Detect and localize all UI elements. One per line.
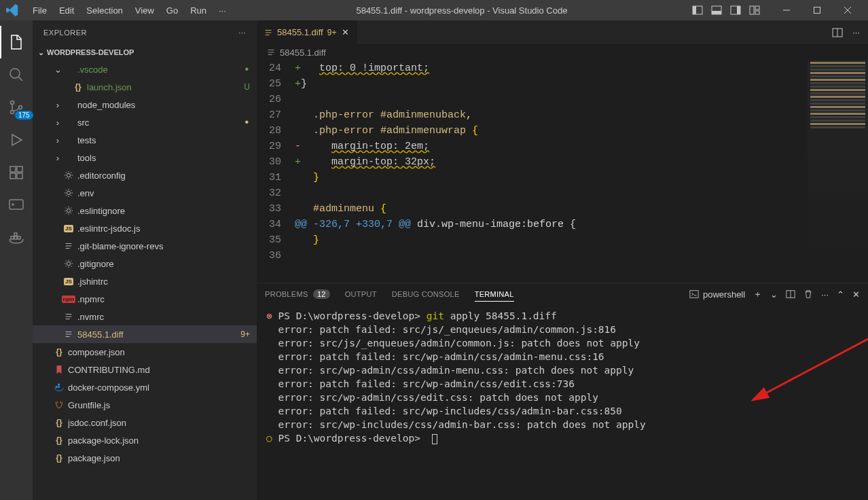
- item-label: tools: [77, 153, 257, 163]
- file-icon: [62, 329, 75, 339]
- toggle-panel-bottom-icon[interactable]: [711, 5, 722, 16]
- editor-more-icon[interactable]: ···: [852, 27, 860, 38]
- file-item[interactable]: JS.eslintrc-jsdoc.js: [33, 219, 257, 237]
- file-icon: JS: [62, 225, 75, 232]
- file-item[interactable]: .eslintignore: [33, 202, 257, 219]
- panel-more-icon[interactable]: ···: [821, 289, 829, 300]
- svg-rect-20: [10, 173, 16, 179]
- window-controls: [771, 0, 863, 20]
- lines-icon: [266, 48, 276, 57]
- explorer-more-icon[interactable]: ···: [238, 29, 246, 37]
- tab-diff-file[interactable]: 58455.1.diff 9+ ✕: [257, 20, 357, 44]
- menu-go[interactable]: Go: [161, 3, 183, 18]
- folder-item[interactable]: ⌄.vscode•: [33, 60, 257, 78]
- file-item[interactable]: .editorconfig: [33, 166, 257, 184]
- file-item[interactable]: Gruntfile.js: [33, 396, 257, 414]
- activity-source-control[interactable]: 175: [0, 91, 33, 124]
- svg-rect-25: [11, 236, 14, 239]
- close-icon[interactable]: [832, 0, 863, 20]
- menu-overflow[interactable]: ···: [213, 3, 232, 18]
- file-icon: {}: [72, 82, 84, 92]
- panel-tab-terminal[interactable]: TERMINAL: [475, 287, 514, 302]
- maximize-panel-icon[interactable]: ⌃: [837, 289, 844, 300]
- file-item[interactable]: {}jsdoc.conf.json: [33, 414, 257, 431]
- menu-file[interactable]: File: [27, 3, 52, 18]
- file-icon: [62, 312, 75, 321]
- chevron-down-icon: ⌄: [38, 48, 44, 57]
- explorer-header: EXPLORER ···: [33, 20, 257, 44]
- folder-item[interactable]: ›tests: [33, 131, 257, 149]
- file-item[interactable]: .gitignore: [33, 255, 257, 272]
- file-item[interactable]: npm.npmrc: [33, 290, 257, 308]
- file-tree: ⌄.vscode•{}launch.jsonU›node_modules›src…: [33, 60, 257, 500]
- toggle-panel-right-icon[interactable]: [730, 5, 741, 16]
- editor-area: 58455.1.diff 9+ ✕ ··· 58455.1.diff 24252…: [257, 20, 868, 500]
- activity-docker[interactable]: [0, 221, 33, 254]
- bottom-panel: PROBLEMS 12 OUTPUT DEBUG CONSOLE TERMINA…: [257, 283, 868, 500]
- file-icon: [53, 382, 65, 392]
- explorer-sidebar: EXPLORER ··· ⌄ WORDPRESS-DEVELOP ⌄.vscod…: [33, 20, 257, 500]
- activity-remote[interactable]: [0, 189, 33, 221]
- breadcrumb[interactable]: 58455.1.diff: [257, 44, 868, 60]
- item-label: .gitignore: [77, 259, 257, 269]
- item-label: .nvmrc: [77, 312, 257, 322]
- svg-rect-7: [755, 6, 759, 10]
- minimize-icon[interactable]: [771, 0, 801, 20]
- item-label: .git-blame-ignore-revs: [77, 241, 257, 251]
- project-header[interactable]: ⌄ WORDPRESS-DEVELOP: [33, 44, 257, 60]
- file-item[interactable]: CONTRIBUTING.md: [33, 361, 257, 378]
- svg-point-35: [67, 262, 70, 265]
- new-terminal-icon[interactable]: ＋: [753, 288, 762, 300]
- split-editor-icon[interactable]: [832, 27, 843, 38]
- menu-selection[interactable]: Selection: [81, 3, 128, 18]
- file-item[interactable]: {}package.json: [33, 449, 257, 467]
- file-item[interactable]: .git-blame-ignore-revs: [33, 237, 257, 255]
- file-item[interactable]: {}composer.json: [33, 343, 257, 361]
- item-label: 58455.1.diff: [77, 329, 240, 340]
- problems-count-badge: 12: [313, 289, 330, 299]
- file-icon: [62, 259, 75, 268]
- item-label: Gruntfile.js: [68, 400, 257, 410]
- close-panel-icon[interactable]: ✕: [852, 289, 860, 300]
- tab-close-icon[interactable]: ✕: [340, 27, 350, 37]
- customize-layout-icon[interactable]: [749, 5, 760, 16]
- file-item[interactable]: .env: [33, 184, 257, 202]
- svg-rect-27: [18, 236, 20, 239]
- menu-view[interactable]: View: [130, 3, 160, 18]
- folder-item[interactable]: ›node_modules: [33, 96, 257, 113]
- file-item[interactable]: .nvmrc: [33, 308, 257, 325]
- file-item[interactable]: 58455.1.diff9+: [33, 325, 257, 343]
- terminal-output[interactable]: ⊗ PS D:\wordpress-develop> git apply 584…: [257, 305, 868, 500]
- file-icon: [62, 206, 75, 215]
- file-item[interactable]: {}launch.jsonU: [33, 78, 257, 96]
- activity-explorer[interactable]: [0, 26, 33, 58]
- svg-rect-8: [755, 11, 759, 14]
- panel-tab-problems[interactable]: PROBLEMS 12: [265, 287, 330, 301]
- svg-rect-19: [10, 166, 16, 172]
- item-label: docker-compose.yml: [68, 382, 257, 393]
- folder-item[interactable]: ›tools: [33, 149, 257, 166]
- svg-rect-42: [56, 386, 58, 388]
- file-item[interactable]: JS.jshintrc: [33, 272, 257, 290]
- file-item[interactable]: docker-compose.yml: [33, 378, 257, 396]
- panel-tab-output[interactable]: OUTPUT: [345, 287, 377, 301]
- activity-run-debug[interactable]: [0, 124, 33, 156]
- menu-edit[interactable]: Edit: [54, 3, 79, 18]
- toggle-panel-left-icon[interactable]: [692, 5, 703, 16]
- terminal-profile[interactable]: powershell: [689, 289, 745, 300]
- scm-badge: 175: [15, 111, 33, 120]
- folder-item[interactable]: ›src•: [33, 113, 257, 131]
- modified-dot-icon: •: [245, 63, 249, 75]
- menu-run[interactable]: Run: [185, 3, 212, 18]
- code-editor[interactable]: 24252627282930313233343536 + top: 0 !imp…: [257, 60, 868, 283]
- file-item[interactable]: {}package-lock.json: [33, 431, 257, 449]
- activity-extensions[interactable]: [0, 156, 33, 189]
- maximize-icon[interactable]: [801, 0, 832, 20]
- activity-search[interactable]: [0, 58, 33, 91]
- split-terminal-icon[interactable]: [786, 289, 795, 299]
- panel-tab-debug-console[interactable]: DEBUG CONSOLE: [392, 287, 460, 301]
- kill-terminal-icon[interactable]: [803, 289, 813, 299]
- item-label: jsdoc.conf.json: [68, 418, 257, 428]
- terminal-dropdown-icon[interactable]: ⌄: [770, 289, 778, 300]
- minimap[interactable]: [807, 60, 868, 264]
